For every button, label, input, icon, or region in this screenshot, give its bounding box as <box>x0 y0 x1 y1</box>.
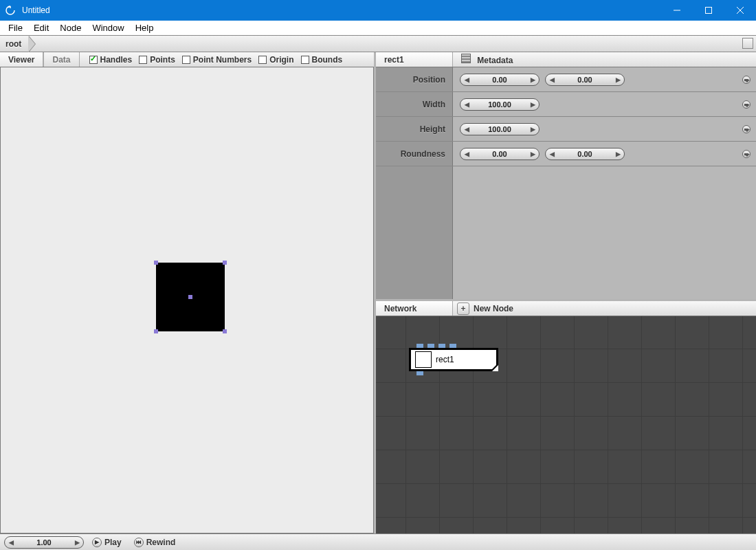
svg-rect-1 <box>706 8 712 14</box>
playbar: ◀ 1.00 ▶ ▶ Play ⏮ Rewind <box>0 534 756 550</box>
play-icon: ▶ <box>92 538 102 547</box>
arrow-right-icon[interactable]: ▶ <box>612 76 624 83</box>
app-icon <box>0 0 21 21</box>
viewer-tab-row: Viewer Data Handles Points Point Numbers… <box>0 52 374 67</box>
checkbox-icon <box>139 56 147 64</box>
check-origin[interactable]: Origin <box>256 55 296 65</box>
param-position-label: Position <box>376 67 453 91</box>
network-canvas[interactable]: rect1 <box>376 316 756 534</box>
checkbox-icon <box>301 56 309 64</box>
frame-value: 1.00 <box>17 538 71 547</box>
arrow-left-icon[interactable]: ◀ <box>460 76 473 83</box>
new-node-plus-icon[interactable]: + <box>457 302 469 315</box>
checkbox-icon <box>89 56 98 64</box>
param-position: Position ◀ 0.00 ▶ ◀ 0.00 ▶ <box>376 67 756 92</box>
menu-node[interactable]: Node <box>54 21 87 34</box>
arrow-left-icon[interactable]: ◀ <box>460 101 473 108</box>
param-options-icon[interactable] <box>742 125 751 133</box>
check-bounds[interactable]: Bounds <box>298 55 346 65</box>
tab-viewer[interactable]: Viewer <box>0 52 43 67</box>
rewind-icon: ⏮ <box>134 538 144 547</box>
arrow-right-icon[interactable]: ▶ <box>71 539 83 546</box>
param-roundness-label: Roundness <box>376 142 453 166</box>
node-thumb-icon <box>415 351 432 368</box>
handle-top-right[interactable] <box>223 261 227 265</box>
rewind-button[interactable]: ⏮ Rewind <box>130 538 180 547</box>
menu-bar: File Edit Node Window Help <box>0 21 756 36</box>
arrow-left-icon[interactable]: ◀ <box>5 539 17 546</box>
arrow-left-icon[interactable]: ◀ <box>460 151 473 157</box>
inspector-tab-row: rect1 Metadata <box>376 52 756 67</box>
arrow-left-icon[interactable]: ◀ <box>460 126 473 133</box>
height-value: 100.00 <box>473 125 526 133</box>
check-point-numbers[interactable]: Point Numbers <box>179 55 254 65</box>
param-options-icon[interactable] <box>742 76 751 84</box>
handle-bottom-right[interactable] <box>223 329 227 333</box>
arrow-left-icon[interactable]: ◀ <box>546 76 558 83</box>
param-width: Width ◀ 100.00 ▶ <box>376 92 756 117</box>
minimize-button[interactable] <box>661 0 693 21</box>
metadata-icon <box>461 54 471 63</box>
tab-metadata-label: Metadata <box>477 56 513 65</box>
check-point-numbers-label: Point Numbers <box>193 55 252 65</box>
node-corner-icon <box>490 363 498 371</box>
menu-help[interactable]: Help <box>130 21 159 34</box>
menu-window[interactable]: Window <box>87 21 129 34</box>
node-input-port[interactable] <box>438 344 445 348</box>
position-x-field[interactable]: ◀ 0.00 ▶ <box>460 74 540 86</box>
tab-metadata[interactable]: Metadata <box>453 54 521 65</box>
position-y-value: 0.00 <box>558 76 612 84</box>
handle-top-left[interactable] <box>154 261 158 265</box>
play-label: Play <box>104 538 122 547</box>
maximize-button[interactable] <box>693 0 724 21</box>
check-handles-label: Handles <box>100 55 133 65</box>
arrow-left-icon[interactable]: ◀ <box>546 151 558 157</box>
handle-bottom-left[interactable] <box>154 329 158 333</box>
arrow-right-icon[interactable]: ▶ <box>526 151 539 157</box>
tab-network[interactable]: Network <box>376 301 453 316</box>
node-output-port[interactable] <box>416 371 423 375</box>
arrow-right-icon[interactable]: ▶ <box>526 101 539 108</box>
param-height: Height ◀ 100.00 ▶ <box>376 117 756 142</box>
node-input-port[interactable] <box>449 344 456 348</box>
param-roundness: Roundness ◀ 0.00 ▶ ◀ 0.00 ▶ <box>376 142 756 166</box>
handle-center[interactable] <box>188 295 192 299</box>
viewer-canvas[interactable] <box>0 67 374 534</box>
arrow-right-icon[interactable]: ▶ <box>612 151 624 157</box>
width-field[interactable]: ◀ 100.00 ▶ <box>460 98 540 111</box>
position-x-value: 0.00 <box>473 76 526 84</box>
menu-edit[interactable]: Edit <box>28 21 54 34</box>
roundness-y-field[interactable]: ◀ 0.00 ▶ <box>545 148 625 160</box>
height-field[interactable]: ◀ 100.00 ▶ <box>460 123 540 135</box>
param-options-icon[interactable] <box>742 150 751 158</box>
roundness-x-field[interactable]: ◀ 0.00 ▶ <box>460 148 540 160</box>
check-origin-label: Origin <box>269 55 293 65</box>
tab-data[interactable]: Data <box>43 52 79 67</box>
close-button[interactable] <box>724 0 756 21</box>
checkbox-icon <box>182 56 190 64</box>
arrow-right-icon[interactable]: ▶ <box>526 76 539 83</box>
new-node-button[interactable]: New Node <box>474 304 513 314</box>
position-y-field[interactable]: ◀ 0.00 ▶ <box>545 74 625 86</box>
param-options-icon[interactable] <box>742 100 751 109</box>
param-width-label: Width <box>376 92 453 116</box>
menu-file[interactable]: File <box>3 21 28 34</box>
node-input-port[interactable] <box>427 344 434 348</box>
check-handles[interactable]: Handles <box>87 55 135 65</box>
parameters-panel: Position ◀ 0.00 ▶ ◀ 0.00 ▶ <box>376 67 756 301</box>
frame-field[interactable]: ◀ 1.00 ▶ <box>4 536 84 549</box>
breadcrumb-root[interactable]: root <box>0 36 28 52</box>
check-points[interactable]: Points <box>136 55 178 65</box>
arrow-right-icon[interactable]: ▶ <box>526 126 539 133</box>
node-input-port[interactable] <box>416 344 423 348</box>
breadcrumb-end-icon[interactable] <box>742 38 753 49</box>
canvas-rect[interactable] <box>156 263 225 331</box>
title-bar: Untitled <box>0 0 756 21</box>
play-button[interactable]: ▶ Play <box>88 538 126 547</box>
checkbox-icon <box>258 56 267 64</box>
rewind-label: Rewind <box>146 538 176 547</box>
tab-object[interactable]: rect1 <box>376 52 453 67</box>
network-node-rect1[interactable]: rect1 <box>409 348 498 371</box>
check-bounds-label: Bounds <box>312 55 343 65</box>
window-title: Untitled <box>21 6 661 15</box>
